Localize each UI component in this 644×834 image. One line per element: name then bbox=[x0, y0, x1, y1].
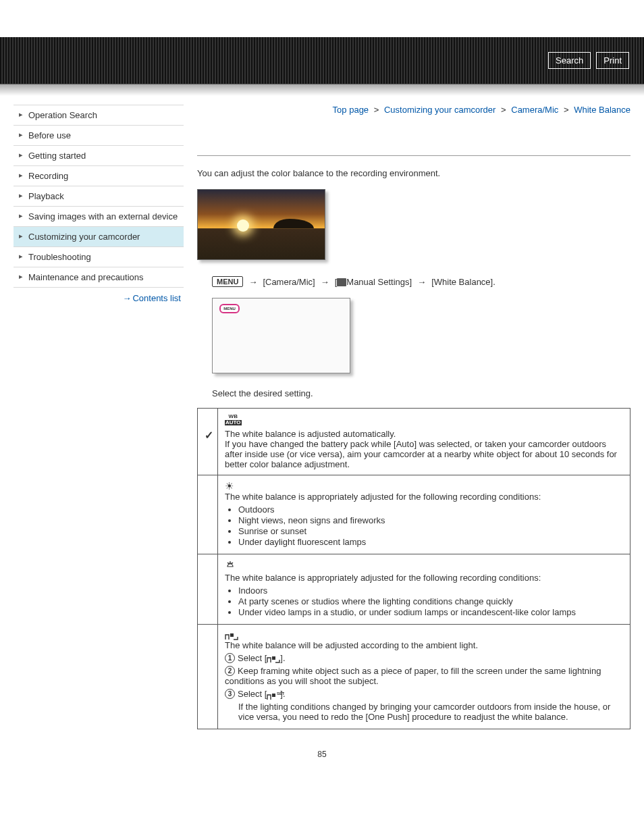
sidebar-item-troubleshooting[interactable]: Troubleshooting bbox=[14, 247, 184, 267]
svg-rect-1 bbox=[272, 656, 275, 660]
intro-text: You can adjust the color balance to the … bbox=[197, 168, 630, 178]
sidebar-item-saving-images[interactable]: Saving images with an external device bbox=[14, 207, 184, 227]
manual-settings-icon bbox=[337, 278, 346, 286]
outdoor-condition: Night views, neon signs and fireworks bbox=[238, 515, 623, 525]
indoor-condition: Indoors bbox=[238, 585, 623, 596]
onepush-step-2: 2Keep framing white object such as a pie… bbox=[225, 666, 623, 686]
sunset-image bbox=[197, 189, 325, 260]
sidebar-item-label: Maintenance and precautions bbox=[28, 272, 144, 282]
indoor-condition: At party scenes or studios where the lig… bbox=[238, 596, 623, 606]
sidebar-item-before-use[interactable]: Before use bbox=[14, 126, 184, 146]
auto-description-1: The white balance is adjusted automatica… bbox=[225, 429, 623, 439]
onepush-step-3-note: If the lighting conditions changed by br… bbox=[238, 702, 623, 722]
outdoor-condition: Outdoors bbox=[238, 504, 623, 515]
one-push-icon bbox=[225, 632, 238, 640]
sidebar-item-label: Playback bbox=[28, 191, 64, 201]
onepush-step-1: 1Select []. bbox=[225, 653, 623, 663]
main-content: Top page > Customizing your camcorder > … bbox=[197, 105, 630, 729]
lamp-icon bbox=[225, 561, 236, 573]
table-row-auto: ✓ WB AUTO The white balance is adjusted … bbox=[198, 409, 630, 475]
table-row-outdoor: ☀ The white balance is appropriately adj… bbox=[198, 475, 630, 554]
table-row-onepush: The white balance will be adjusted accor… bbox=[198, 625, 630, 729]
onepush-lead: The white balance will be adjusted accor… bbox=[225, 640, 623, 650]
arrow-right-icon: → bbox=[417, 277, 426, 287]
sidebar-item-label: Getting started bbox=[28, 151, 86, 161]
arrow-right-icon: → bbox=[248, 277, 257, 287]
wb-auto-icon: WB AUTO bbox=[225, 414, 242, 425]
step-number-1-icon: 1 bbox=[225, 653, 235, 663]
auto-description-2: If you have changed the battery pack whi… bbox=[225, 439, 623, 469]
page-number: 85 bbox=[0, 729, 644, 773]
sidebar-item-playback[interactable]: Playback bbox=[14, 186, 184, 207]
sidebar-item-label: Operation Search bbox=[28, 110, 97, 120]
check-icon: ✓ bbox=[205, 429, 213, 441]
sidebar: Operation Search Before use Getting star… bbox=[14, 105, 184, 309]
svg-rect-2 bbox=[272, 694, 275, 697]
outdoor-lead: The white balance is appropriately adjus… bbox=[225, 492, 623, 502]
path-segment: [White Balance]. bbox=[431, 277, 495, 287]
contents-list-link[interactable]: Contents list bbox=[122, 293, 181, 303]
breadcrumb-customizing[interactable]: Customizing your camcorder bbox=[384, 105, 495, 115]
sidebar-item-label: Before use bbox=[28, 130, 71, 140]
sidebar-item-label: Customizing your camcorder bbox=[28, 232, 140, 242]
sidebar-item-label: Saving images with an external device bbox=[28, 211, 178, 221]
sidebar-item-label: Troubleshooting bbox=[28, 252, 91, 262]
sidebar-item-recording[interactable]: Recording bbox=[14, 166, 184, 186]
step-number-2-icon: 2 bbox=[225, 666, 235, 676]
screen-image: MENU bbox=[212, 298, 350, 373]
header-bar: Search Print bbox=[0, 37, 644, 84]
sun-icon: ☀ bbox=[225, 480, 234, 492]
indoor-lead: The white balance is appropriately adjus… bbox=[225, 573, 623, 583]
breadcrumb-white-balance[interactable]: White Balance bbox=[574, 105, 630, 115]
svg-rect-0 bbox=[230, 633, 234, 637]
breadcrumb-top-page[interactable]: Top page bbox=[333, 105, 369, 115]
one-push-icon bbox=[267, 655, 280, 663]
step-select-setting: Select the desired setting. bbox=[212, 388, 630, 398]
divider bbox=[197, 155, 630, 156]
sidebar-item-label: Recording bbox=[28, 171, 68, 181]
menu-path: MENU → [Camera/Mic] → [Manual Settings] … bbox=[212, 276, 630, 287]
indoor-condition: Under video lamps in a studio, or under … bbox=[238, 607, 623, 617]
table-row-indoor: The white balance is appropriately adjus… bbox=[198, 554, 630, 625]
breadcrumb-separator: > bbox=[501, 105, 506, 115]
path-segment: [Camera/Mic] bbox=[263, 277, 315, 287]
settings-table: ✓ WB AUTO The white balance is adjusted … bbox=[197, 408, 630, 729]
outdoor-condition: Sunrise or sunset bbox=[238, 526, 623, 536]
step-number-3-icon: 3 bbox=[225, 689, 235, 699]
arrow-right-icon: → bbox=[321, 277, 329, 287]
outdoor-condition: Under daylight fluorescent lamps bbox=[238, 537, 623, 547]
search-button[interactable]: Search bbox=[548, 52, 591, 69]
breadcrumb: Top page > Customizing your camcorder > … bbox=[197, 105, 630, 115]
print-button[interactable]: Print bbox=[596, 52, 629, 69]
menu-icon: MENU bbox=[212, 276, 243, 287]
one-push-set-icon: SET bbox=[267, 691, 280, 699]
breadcrumb-separator: > bbox=[374, 105, 379, 115]
sidebar-item-operation-search[interactable]: Operation Search bbox=[14, 105, 184, 126]
sidebar-item-customizing[interactable]: Customizing your camcorder bbox=[14, 227, 184, 247]
breadcrumb-separator: > bbox=[564, 105, 569, 115]
breadcrumb-camera-mic[interactable]: Camera/Mic bbox=[511, 105, 558, 115]
screen-menu-pill: MENU bbox=[219, 304, 240, 313]
path-segment: [Manual Settings] bbox=[335, 277, 412, 287]
sidebar-item-maintenance[interactable]: Maintenance and precautions bbox=[14, 267, 184, 288]
sidebar-item-getting-started[interactable]: Getting started bbox=[14, 146, 184, 166]
onepush-step-3: 3Select [SET]. bbox=[225, 689, 623, 699]
